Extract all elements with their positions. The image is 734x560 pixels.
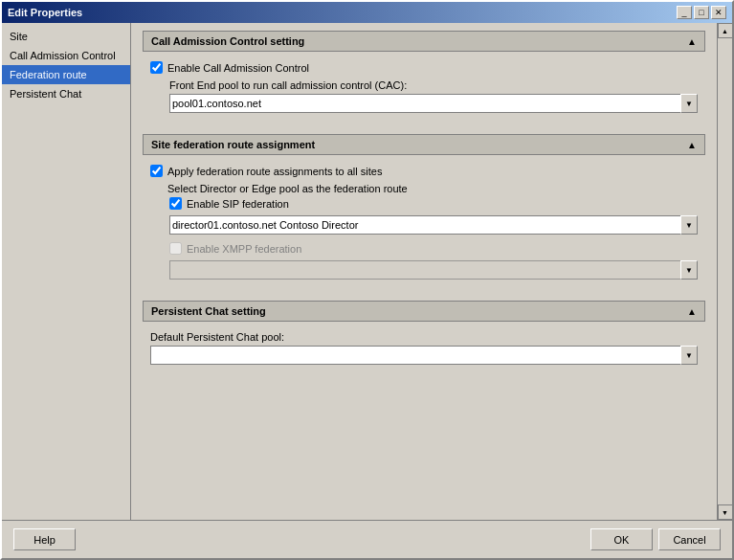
- cancel-button[interactable]: Cancel: [658, 528, 721, 550]
- scrollbar: ▲ ▼: [717, 23, 732, 520]
- help-button[interactable]: Help: [13, 528, 76, 550]
- enable-cac-checkbox[interactable]: [150, 61, 163, 74]
- persistent-chat-collapse-icon[interactable]: ▲: [687, 306, 697, 317]
- persistent-chat-section-body: Default Persistent Chat pool: ▼: [143, 327, 705, 378]
- maximize-button[interactable]: □: [694, 6, 709, 19]
- cac-collapse-icon[interactable]: ▲: [687, 36, 697, 47]
- enable-xmpp-row: Enable XMPP federation: [169, 242, 698, 255]
- enable-xmpp-checkbox[interactable]: [169, 242, 182, 255]
- persistent-chat-section-title: Persistent Chat setting: [151, 305, 266, 317]
- federation-route-header: Site federation route assignment ▲: [143, 134, 705, 155]
- front-end-pool-row: pool01.contoso.net ▼: [169, 94, 698, 113]
- front-end-pool-label: Front End pool to run call admission con…: [169, 79, 698, 91]
- xmpp-pool-row: ▼: [169, 260, 698, 280]
- front-end-pool-select-wrapper: pool01.contoso.net ▼: [169, 94, 698, 113]
- default-pool-label: Default Persistent Chat pool:: [150, 331, 698, 343]
- front-end-pool-select[interactable]: pool01.contoso.net: [169, 94, 698, 113]
- window-title: Edit Properties: [8, 7, 82, 18]
- close-button[interactable]: ✕: [711, 6, 726, 19]
- edit-properties-window: Edit Properties _ □ ✕ Site Call Admissio…: [0, 0, 734, 560]
- apply-federation-checkbox[interactable]: [150, 165, 163, 177]
- cac-section-title: Call Admission Control setting: [151, 35, 304, 47]
- scroll-track[interactable]: [718, 38, 732, 504]
- select-director-label: Select Director or Edge pool as the fede…: [167, 183, 698, 194]
- enable-cac-row: Enable Call Admission Control: [150, 61, 698, 74]
- default-pool-row: ▼: [150, 346, 698, 365]
- scroll-up-button[interactable]: ▲: [718, 23, 733, 38]
- window-body: Site Call Admission Control Federation r…: [2, 23, 732, 520]
- ok-button[interactable]: OK: [590, 528, 653, 550]
- persistent-chat-section: Persistent Chat setting ▲ Default Persis…: [143, 301, 705, 378]
- default-pool-select-wrapper: ▼: [150, 346, 698, 365]
- enable-sip-checkbox[interactable]: [169, 197, 182, 210]
- title-bar-buttons: _ □ ✕: [677, 6, 726, 19]
- persistent-chat-header: Persistent Chat setting ▲: [143, 301, 705, 322]
- sip-pool-row: director01.contoso.net Contoso Director …: [169, 215, 698, 235]
- enable-sip-label: Enable SIP federation: [187, 198, 289, 210]
- scroll-down-button[interactable]: ▼: [718, 504, 733, 520]
- sidebar: Site Call Admission Control Federation r…: [2, 23, 131, 520]
- federation-route-section: Site federation route assignment ▲ Apply…: [143, 134, 705, 293]
- default-pool-select[interactable]: [150, 346, 698, 365]
- cac-section-body: Enable Call Admission Control Front End …: [143, 57, 705, 126]
- sip-pool-select[interactable]: director01.contoso.net Contoso Director: [169, 215, 698, 235]
- main-content: Call Admission Control setting ▲ Enable …: [131, 23, 717, 520]
- xmpp-pool-select[interactable]: [169, 260, 698, 280]
- enable-sip-row: Enable SIP federation: [169, 197, 698, 210]
- federation-route-section-title: Site federation route assignment: [151, 139, 315, 150]
- call-admission-control-header: Call Admission Control setting ▲: [143, 31, 705, 52]
- sidebar-item-federation-route[interactable]: Federation route: [2, 65, 130, 84]
- minimize-button[interactable]: _: [677, 6, 692, 19]
- xmpp-pool-select-wrapper: ▼: [169, 260, 698, 280]
- sip-pool-select-wrapper: director01.contoso.net Contoso Director …: [169, 215, 698, 235]
- main-with-scroll: Call Admission Control setting ▲ Enable …: [131, 23, 732, 520]
- federation-route-section-body: Apply federation route assignments to al…: [143, 161, 705, 293]
- apply-federation-label: Apply federation route assignments to al…: [167, 166, 382, 177]
- call-admission-control-section: Call Admission Control setting ▲ Enable …: [143, 31, 705, 126]
- federation-route-collapse-icon[interactable]: ▲: [687, 140, 697, 150]
- title-bar: Edit Properties _ □ ✕: [2, 2, 732, 23]
- sidebar-item-persistent-chat[interactable]: Persistent Chat: [2, 84, 130, 103]
- enable-cac-label: Enable Call Admission Control: [167, 62, 309, 74]
- footer: Help OK Cancel: [2, 520, 732, 558]
- sidebar-item-site[interactable]: Site: [2, 27, 130, 46]
- enable-xmpp-label: Enable XMPP federation: [187, 243, 301, 255]
- apply-federation-row: Apply federation route assignments to al…: [150, 165, 698, 177]
- sidebar-item-call-admission-control[interactable]: Call Admission Control: [2, 46, 130, 65]
- footer-right-buttons: OK Cancel: [590, 528, 721, 550]
